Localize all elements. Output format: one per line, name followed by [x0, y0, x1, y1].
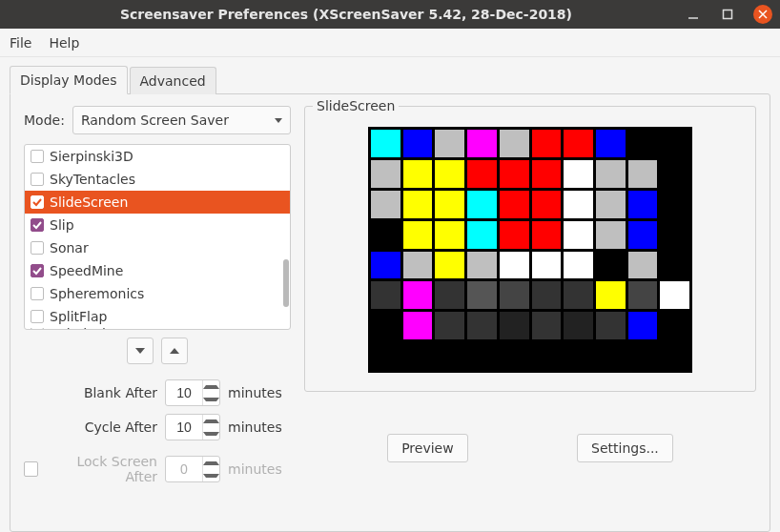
lock-after-field[interactable] [166, 457, 202, 481]
cycle-after-input[interactable] [165, 414, 220, 440]
list-item[interactable]: Spheremonics [25, 282, 290, 305]
tab-advanced[interactable]: Advanced [130, 67, 216, 94]
list-item[interactable]: SkyTentacles [25, 168, 290, 191]
list-item-checkbox[interactable] [31, 264, 44, 277]
preview-tile [660, 191, 689, 218]
screensaver-list[interactable]: Sierpinski3DSkyTentaclesSlideScreenSlipS… [24, 144, 291, 330]
preview-tile [564, 221, 593, 249]
list-item-label: SkyTentacles [50, 172, 135, 187]
preview-tile [660, 160, 689, 188]
list-item-checkbox[interactable] [31, 150, 44, 163]
lock-after-unit: minutes [228, 461, 282, 477]
lock-after-input[interactable] [165, 456, 220, 482]
spin-up-icon[interactable] [203, 380, 219, 393]
blank-after-unit: minutes [228, 385, 282, 400]
preview-tile [435, 221, 464, 249]
preview-tile [564, 342, 593, 370]
svg-marker-4 [135, 348, 145, 354]
preview-tile [403, 342, 433, 370]
preview-legend: SlideScreen [313, 98, 399, 113]
cycle-after-field[interactable] [166, 415, 202, 440]
scrollbar-thumb[interactable] [283, 259, 289, 307]
close-button[interactable] [753, 5, 772, 24]
list-item-checkbox[interactable] [31, 241, 44, 255]
minimize-button[interactable] [685, 6, 702, 23]
preview-tile [500, 160, 529, 188]
preview-tile [403, 191, 433, 218]
preview-tile [403, 281, 433, 309]
list-item[interactable]: SlideScreen [25, 191, 290, 214]
preview-tile [371, 221, 400, 249]
spin-down-icon[interactable] [203, 393, 219, 405]
preview-tile [467, 281, 497, 309]
spin-up-icon[interactable] [203, 415, 219, 427]
list-item-label: Sonar [50, 240, 89, 256]
preview-tile [564, 130, 593, 157]
preview-tile [532, 342, 562, 370]
preview-tile [371, 160, 400, 188]
lock-screen-label: Lock Screen After [46, 454, 157, 484]
list-item-checkbox[interactable] [31, 310, 44, 323]
tab-display-modes[interactable]: Display Modes [10, 66, 128, 94]
list-item[interactable]: Slip [25, 214, 290, 236]
preview-tile [628, 312, 658, 339]
preview-tile [628, 221, 658, 249]
list-item-checkbox[interactable] [31, 328, 44, 330]
preview-tile [628, 130, 658, 157]
move-down-button[interactable] [127, 338, 154, 364]
move-up-button[interactable] [161, 338, 188, 364]
preview-button[interactable]: Preview [387, 434, 468, 462]
list-item-checkbox[interactable] [31, 218, 44, 232]
chevron-down-icon [275, 118, 282, 123]
spin-down-icon[interactable] [203, 427, 219, 440]
mode-dropdown[interactable]: Random Screen Saver [72, 106, 291, 134]
preview-tile [467, 130, 497, 157]
preview-tile [596, 312, 626, 339]
lock-screen-checkbox[interactable] [24, 461, 38, 477]
preview-tile [596, 221, 626, 249]
preview-tile [435, 252, 464, 279]
preview-tile [564, 312, 593, 339]
preview-tile [435, 160, 464, 188]
list-item-label: SlideScreen [50, 194, 128, 210]
preview-tile [467, 342, 497, 370]
preview-tile [660, 312, 689, 339]
list-item-label: Splodesic [50, 328, 113, 330]
spin-up-icon[interactable] [203, 457, 219, 469]
list-item-checkbox[interactable] [31, 195, 44, 209]
preview-tile [628, 281, 658, 309]
list-item[interactable]: SpeedMine [25, 259, 290, 282]
preview-tile [532, 130, 562, 157]
preview-tile [532, 252, 562, 279]
list-item-checkbox[interactable] [31, 173, 44, 186]
list-item[interactable]: Splodesic [25, 328, 290, 330]
window-title: Screensaver Preferences (XScreenSaver 5.… [8, 7, 685, 22]
list-item[interactable]: Sonar [25, 236, 290, 259]
menu-file[interactable]: File [10, 35, 31, 51]
preview-tile [500, 342, 529, 370]
cycle-after-label: Cycle After [24, 419, 157, 435]
menu-help[interactable]: Help [49, 35, 79, 51]
preview-tile [467, 252, 497, 279]
maximize-button[interactable] [719, 6, 736, 23]
preview-tile [435, 281, 464, 309]
tab-panel: Mode: Random Screen Saver Sierpinski3DSk… [10, 93, 770, 532]
preview-tile [467, 312, 497, 339]
preview-tile [532, 281, 562, 309]
preview-tile [403, 252, 433, 279]
preview-tile [500, 221, 529, 249]
blank-after-field[interactable] [166, 380, 202, 405]
list-item[interactable]: SplitFlap [25, 305, 290, 328]
preview-canvas [368, 127, 692, 373]
mode-label: Mode: [24, 113, 65, 128]
spin-down-icon[interactable] [203, 469, 219, 481]
list-item-label: Sierpinski3D [50, 149, 133, 164]
preview-tile [371, 281, 400, 309]
settings-button[interactable]: Settings... [577, 434, 673, 462]
preview-tile [500, 281, 529, 309]
window-buttons [685, 5, 772, 24]
list-item-checkbox[interactable] [31, 287, 44, 300]
blank-after-input[interactable] [165, 379, 220, 406]
preview-tile [500, 312, 529, 339]
list-item[interactable]: Sierpinski3D [25, 145, 290, 168]
